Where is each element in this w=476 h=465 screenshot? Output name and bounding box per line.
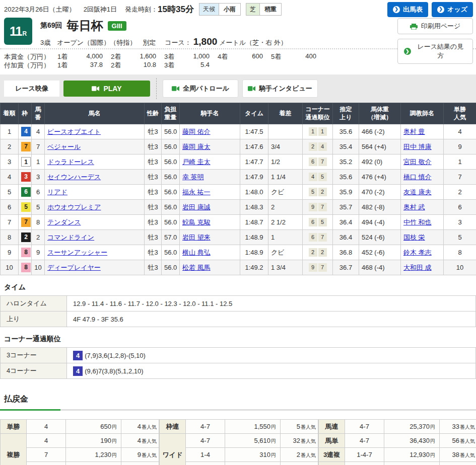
waku-cell: 8 bbox=[19, 260, 32, 275]
chevron-circle-icon: ❯ bbox=[404, 48, 411, 55]
horse-number: 7 bbox=[32, 139, 45, 154]
favorite-rank: 3 bbox=[444, 215, 476, 230]
horse-name-cell: ベジャール bbox=[45, 139, 145, 154]
video-camera-icon bbox=[172, 86, 179, 91]
horse-link[interactable]: ピースオブエイト bbox=[47, 128, 101, 135]
jockey-link[interactable]: 鮫島 克駿 bbox=[182, 218, 211, 226]
horse-link[interactable]: ベジャール bbox=[47, 143, 81, 150]
play-button[interactable]: PLAY bbox=[63, 81, 150, 97]
corner-3-position: 1 bbox=[309, 127, 317, 136]
umatan-row: 馬単 4-7 36,430円 56番人気 bbox=[319, 434, 476, 448]
sex-age: 牡3 bbox=[145, 245, 162, 260]
last-3f-time: 35.6 bbox=[333, 170, 359, 185]
fukusho-popularity: 1番人気 bbox=[121, 462, 159, 465]
horse-name-cell: コマンドライン bbox=[45, 230, 145, 245]
waku-badge: 2 bbox=[21, 232, 31, 242]
waku-cell: 8 bbox=[19, 245, 32, 260]
video-bar: レース映像 PLAY 全周パトロール 騎手インタビュー bbox=[0, 74, 476, 103]
horse-name-cell: ピースオブエイト bbox=[45, 124, 145, 139]
main-prize-label: 本賞金（万円） bbox=[4, 52, 57, 61]
corner-4-position: 7 bbox=[318, 263, 327, 272]
patrol-video-button[interactable]: 全周パトロール bbox=[163, 80, 238, 98]
trainer-link[interactable]: 奥村 豊 bbox=[403, 128, 425, 135]
favorite-rank: 7 bbox=[444, 170, 476, 185]
fukusho-amount: 190円 bbox=[66, 434, 121, 448]
horse-link[interactable]: コマンドライン bbox=[47, 234, 94, 241]
jockey-cell: 戸崎 圭太 bbox=[180, 154, 240, 170]
finish-time: 1:47.9 bbox=[240, 170, 268, 185]
jockey-link[interactable]: 岩田 望来 bbox=[182, 234, 211, 241]
corner-order-cell: 4(7,9)3,6(1,2,8)-(5,10) bbox=[67, 348, 476, 363]
corner-3-position: 4 bbox=[309, 173, 317, 181]
odds-button[interactable]: ❯ オッズ bbox=[432, 2, 473, 17]
trainer-link[interactable]: 田中 博康 bbox=[403, 143, 432, 150]
race-date: 2022年3月26日（土曜） bbox=[4, 5, 76, 14]
horse-weight: 524 (-6) bbox=[359, 230, 401, 245]
jockey-link[interactable]: 松若 風馬 bbox=[182, 264, 211, 271]
corner-order-cell: 4(9,6)7(3,8)(5,1,2,10) bbox=[67, 363, 476, 379]
trainer-link[interactable]: 中竹 和也 bbox=[403, 218, 432, 226]
trainer-link[interactable]: 宮田 敬介 bbox=[403, 158, 432, 166]
trainer-link[interactable]: 国枝 栄 bbox=[403, 234, 425, 241]
trainer-link[interactable]: 奥村 武 bbox=[403, 203, 425, 211]
finish-position: 7 bbox=[1, 215, 19, 230]
finish-time: 1:47.5 bbox=[240, 124, 268, 139]
umatan-label: 馬単 bbox=[319, 434, 345, 448]
wide-amount: 310円 bbox=[225, 448, 281, 462]
prize-pair: 3着1,000 bbox=[164, 52, 218, 61]
sanrenpuku-label: 3連複 bbox=[319, 448, 345, 462]
col-weight-carried: 負担 重量 bbox=[162, 103, 180, 124]
horse-link[interactable]: ホウオウプレミア bbox=[47, 203, 101, 211]
horse-link[interactable]: セイウンハーデス bbox=[47, 173, 101, 181]
last-3f-time: 36.7 bbox=[333, 260, 359, 275]
weather-value: 小雨 bbox=[219, 4, 240, 15]
result-row: 7 7 8 テンダンス 牡3 56.0 鮫島 克駿 1:48.7 2 1/2 6… bbox=[1, 215, 476, 230]
corner-3-position: 5 bbox=[309, 188, 317, 196]
corner-positions: 97 bbox=[303, 200, 333, 215]
horse-link[interactable]: ドゥラドーレス bbox=[47, 158, 94, 166]
waku-badge: 7 bbox=[21, 217, 31, 227]
horse-link[interactable]: スーサンアッシャー bbox=[47, 249, 107, 256]
tansho-combo: 4 bbox=[27, 420, 66, 434]
weight-carried: 56.0 bbox=[162, 200, 180, 215]
jockey-link[interactable]: 藤岡 康太 bbox=[182, 143, 211, 150]
horse-name-cell: スーサンアッシャー bbox=[45, 245, 145, 260]
horse-number: 5 bbox=[32, 200, 45, 215]
video-camera-icon bbox=[248, 86, 255, 91]
col-favorite: 単勝 人気 bbox=[444, 103, 476, 124]
favorite-rank: 2 bbox=[444, 185, 476, 200]
horse-link[interactable]: ディープレイヤー bbox=[47, 264, 101, 271]
jockey-link[interactable]: 福永 祐一 bbox=[182, 188, 211, 196]
sanrenpuku-popularity: 38番人気 bbox=[440, 448, 476, 462]
jockey-link[interactable]: 戸崎 圭太 bbox=[182, 158, 211, 166]
corner-4-position: 2 bbox=[318, 248, 327, 257]
prize-pair: 3着5.4 bbox=[164, 61, 218, 70]
trainer-link[interactable]: 鈴木 孝志 bbox=[403, 249, 432, 256]
result-guide-button[interactable]: ❯ レース結果の見方 bbox=[397, 39, 473, 64]
result-row: 8 2 2 コマンドライン 牡3 57.0 岩田 望来 1:48.9 1 67 … bbox=[1, 230, 476, 245]
corner-4-position: 5 bbox=[318, 218, 327, 226]
horse-number: 2 bbox=[32, 230, 45, 245]
sex-age: 牡3 bbox=[145, 260, 162, 275]
time-section-title: タイム bbox=[1, 283, 472, 292]
trainer-link[interactable]: 大和田 成 bbox=[403, 264, 432, 271]
entries-button[interactable]: ❯ 出馬表 bbox=[387, 2, 428, 17]
trainer-link[interactable]: 橋口 慎介 bbox=[403, 173, 432, 181]
wakuren-popularity: 5番人気 bbox=[281, 420, 318, 434]
corner-positions: 65 bbox=[303, 215, 333, 230]
horse-link[interactable]: テンダンス bbox=[47, 218, 81, 226]
jockey-interview-button[interactable]: 騎手インタビュー bbox=[242, 80, 318, 98]
print-page-button[interactable]: 印刷用ページ bbox=[397, 18, 473, 34]
horse-link[interactable]: リアド bbox=[47, 188, 67, 196]
horse-weight: 470 (-2) bbox=[359, 185, 401, 200]
jockey-link[interactable]: 岩田 康誠 bbox=[182, 203, 211, 211]
results-header-row: 着順 枠 馬 番 馬名 性齢 負担 重量 騎手名 タイム 着差 コーナー 通過順… bbox=[1, 103, 476, 124]
jockey-link[interactable]: 横山 典弘 bbox=[182, 249, 211, 256]
finish-time: 1:48.3 bbox=[240, 200, 268, 215]
trainer-link[interactable]: 友道 康夫 bbox=[403, 188, 432, 196]
jockey-link[interactable]: 幸 英明 bbox=[182, 173, 204, 181]
jockey-link[interactable]: 藤岡 佑介 bbox=[182, 128, 211, 135]
corner-positions: 52 bbox=[303, 185, 333, 200]
sex-age: 牡3 bbox=[145, 139, 162, 154]
corner-3-position: 6 bbox=[309, 218, 317, 226]
